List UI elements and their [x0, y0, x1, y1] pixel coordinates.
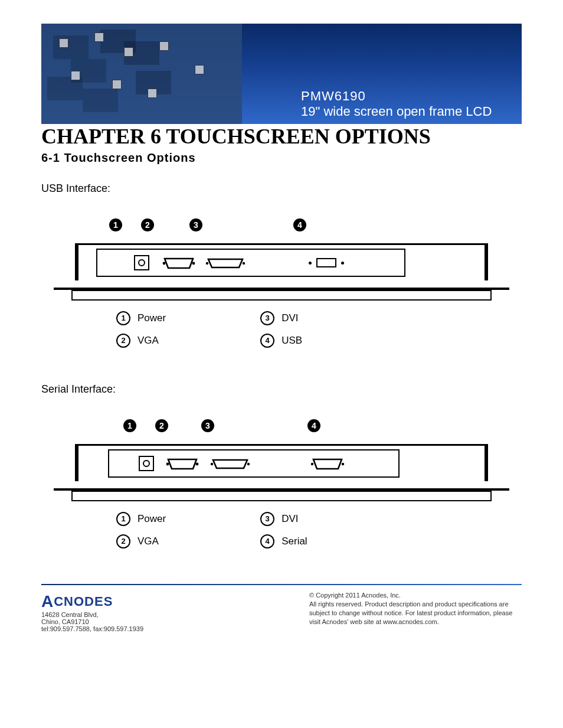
callout-3: 3 — [189, 218, 202, 231]
callout-1: 1 — [123, 419, 136, 432]
legend-usb: 1 Power 2 VGA 3 DVI 4 USB — [116, 311, 488, 348]
diagram-usb: 1 2 3 4 — [75, 218, 488, 348]
legend-num-icon: 4 — [260, 534, 274, 549]
callout-3: 3 — [201, 419, 214, 432]
interface-label-serial: Serial Interface: — [41, 383, 522, 396]
callout-2: 2 — [141, 218, 154, 231]
footer-rights: All rights reserved. Product description… — [309, 600, 522, 626]
port-serial-icon — [310, 457, 343, 470]
callout-4: 4 — [307, 419, 320, 432]
legend-num-icon: 2 — [116, 534, 130, 549]
page-footer: ACNODES 14628 Central Blvd, Chino, CA917… — [41, 591, 522, 632]
company-logo: ACNODES — [41, 591, 143, 610]
legend-item-dvi: 3 DVI — [260, 512, 307, 526]
port-dvi-icon — [205, 257, 240, 269]
legend-num-icon: 2 — [116, 334, 130, 348]
callout-2: 2 — [155, 419, 168, 432]
legend-item-power: 1 Power — [116, 311, 166, 325]
port-power-icon — [139, 456, 154, 471]
header-banner: PMW6190 19" wide screen open frame LCD — [41, 24, 522, 124]
legend-item-usb: 4 USB — [260, 334, 302, 348]
callout-1: 1 — [109, 218, 122, 231]
port-usb-icon — [309, 258, 344, 267]
legend-serial: 1 Power 2 VGA 3 DVI 4 Serial — [116, 512, 488, 549]
svg-point-4 — [166, 463, 169, 466]
port-power-icon — [134, 255, 149, 270]
legend-item-serial: 4 Serial — [260, 534, 307, 549]
legend-text: DVI — [282, 513, 298, 525]
port-vga-icon — [162, 256, 191, 269]
svg-point-3 — [243, 262, 245, 265]
legend-num-icon: 4 — [260, 334, 274, 348]
chapter-title: CHAPTER 6 TOUCHSCREEN OPTIONS — [41, 124, 522, 149]
svg-point-1 — [192, 262, 195, 265]
legend-text: VGA — [138, 335, 159, 347]
legend-text: DVI — [282, 312, 298, 324]
svg-point-9 — [342, 463, 344, 465]
legend-text: VGA — [138, 536, 159, 547]
svg-point-7 — [247, 463, 250, 465]
interface-label-usb: USB Interface: — [41, 182, 522, 195]
footer-copyright: © Copyright 2011 Acnodes, Inc. — [309, 591, 522, 600]
legend-num-icon: 3 — [260, 512, 274, 526]
port-dvi-icon — [210, 458, 245, 469]
legend-item-dvi: 3 DVI — [260, 311, 302, 325]
legend-num-icon: 3 — [260, 311, 274, 325]
footer-phone: tel:909.597.7588, fax:909.597.1939 — [41, 625, 143, 632]
svg-point-6 — [211, 463, 213, 465]
port-vga-icon — [166, 457, 194, 470]
product-model: PMW6190 — [301, 89, 492, 104]
legend-item-power: 1 Power — [116, 512, 166, 526]
diagram-serial: 1 2 3 4 — [75, 419, 488, 549]
footer-rule — [41, 584, 522, 585]
legend-item-vga: 2 VGA — [116, 534, 166, 549]
svg-point-5 — [196, 463, 199, 466]
header-banner-image — [41, 24, 242, 124]
footer-addr2: Chino, CA91710 — [41, 618, 143, 625]
legend-num-icon: 1 — [116, 512, 130, 526]
legend-item-vga: 2 VGA — [116, 334, 166, 348]
legend-text: Power — [138, 513, 166, 525]
section-title: 6-1 Touchscreen Options — [41, 151, 522, 165]
svg-point-0 — [163, 262, 166, 265]
footer-addr1: 14628 Central Blvd, — [41, 611, 143, 618]
callout-4: 4 — [293, 218, 306, 231]
legend-text: Power — [138, 312, 166, 324]
legend-num-icon: 1 — [116, 311, 130, 325]
product-desc: 19" wide screen open frame LCD — [301, 104, 492, 119]
svg-point-8 — [311, 463, 313, 465]
legend-text: USB — [282, 335, 302, 347]
svg-point-2 — [206, 262, 208, 265]
legend-text: Serial — [282, 536, 307, 547]
